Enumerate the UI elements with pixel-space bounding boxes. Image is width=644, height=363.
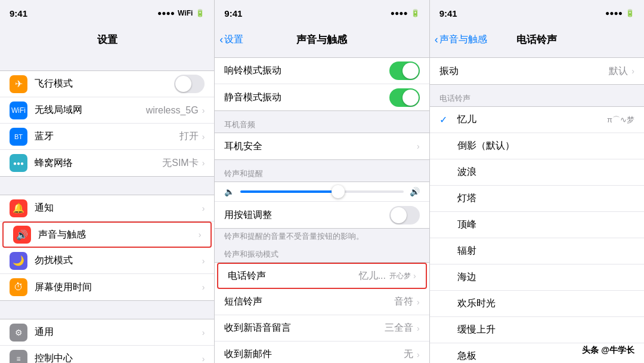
ringtone-haibian[interactable]: 海边 bbox=[430, 264, 644, 291]
time-2: 9:41 bbox=[224, 8, 242, 19]
voicemail-label: 收到新语音留言 bbox=[224, 322, 385, 334]
battery-icon-2: 🔋 bbox=[411, 9, 420, 17]
row-dnd[interactable]: 🌙 勿扰模式 › bbox=[0, 248, 214, 274]
row-adjust-button[interactable]: 用按钮调整 bbox=[215, 202, 429, 228]
row-phone-ringtone[interactable]: 电话铃声 忆儿... 开心梦 › bbox=[217, 263, 426, 289]
ringtone-name-manman: 缓慢上升 bbox=[457, 324, 634, 336]
row-ringtone-vibrate[interactable]: 振动 默认 › bbox=[430, 58, 644, 84]
ringtone-vibrate-label: 振动 bbox=[439, 65, 609, 78]
back-chevron-3: ‹ bbox=[435, 33, 438, 46]
sound-list: 响铃模式振动 静音模式振动 耳机音频 耳机安全 › 铃声和提醒 bbox=[215, 53, 429, 363]
row-airplane[interactable]: ✈ 飞行模式 bbox=[0, 71, 214, 97]
sms-ringtone-value: 音符 bbox=[394, 296, 413, 308]
ringtone-list: 振动 默认 › 电话铃声 ✓ 忆儿 π⌒∿梦 倒影（默认） 波浪 bbox=[430, 53, 644, 363]
row-sms-ringtone[interactable]: 短信铃声 音符 › bbox=[215, 289, 429, 315]
back-to-settings[interactable]: ‹ 设置 bbox=[219, 33, 243, 46]
screen-label: 屏幕使用时间 bbox=[35, 281, 202, 294]
battery-icon: 🔋 bbox=[196, 9, 205, 17]
row-cellular[interactable]: ●●● 蜂窝网络 无SIM卡 › bbox=[0, 150, 214, 176]
sound-chevron: › bbox=[199, 230, 202, 239]
status-icons-3: ●●●● 🔋 bbox=[605, 9, 634, 17]
gap-2 bbox=[0, 177, 214, 195]
gap-r2 bbox=[430, 85, 644, 90]
row-headphone-safety[interactable]: 耳机安全 › bbox=[215, 133, 429, 159]
gap-3 bbox=[0, 301, 214, 319]
voicemail-value: 三全音 bbox=[385, 322, 413, 334]
dnd-chevron: › bbox=[202, 256, 205, 266]
status-bar-3: 9:41 ●●●● 🔋 bbox=[430, 0, 644, 26]
cellular-value: 无SIM卡 bbox=[162, 157, 198, 170]
ringtone-manman[interactable]: 缓慢上升 bbox=[430, 317, 644, 343]
adjust-button-label: 用按钮调整 bbox=[224, 209, 389, 222]
ringtone-daoying[interactable]: 倒影（默认） bbox=[430, 133, 644, 159]
general-chevron: › bbox=[202, 328, 205, 337]
dnd-icon: 🌙 bbox=[10, 252, 27, 270]
ringtone-bolang[interactable]: 波浪 bbox=[430, 159, 644, 186]
ringtone-huanle[interactable]: 欢乐时光 bbox=[430, 291, 644, 317]
row-new-email[interactable]: 收到新邮件 无 › bbox=[215, 342, 429, 363]
volume-row[interactable]: 🔈 🔊 bbox=[215, 182, 429, 202]
silent-vibrate-toggle[interactable] bbox=[389, 88, 420, 107]
row-sound[interactable]: 🔊 声音与触感 › bbox=[2, 222, 212, 248]
ringtone-fushe[interactable]: 辐射 bbox=[430, 238, 644, 264]
ringtone-name-daoyng: 倒影（默认） bbox=[457, 140, 634, 152]
volume-high-icon: 🔊 bbox=[410, 187, 420, 196]
sound-title: 声音与触感 bbox=[296, 33, 347, 47]
row-notify[interactable]: 🔔 通知 › bbox=[0, 195, 214, 222]
status-bar-2: 9:41 ●●●● 🔋 bbox=[215, 0, 429, 26]
voicemail-chevron: › bbox=[417, 324, 420, 333]
watermark: 头条 @牛学长 bbox=[582, 345, 634, 356]
notify-label: 通知 bbox=[35, 202, 202, 214]
row-wifi[interactable]: WiFi 无线局域网 wireless_5G › bbox=[0, 97, 214, 124]
gap-s1 bbox=[215, 53, 429, 57]
row-control[interactable]: ≡ 控制中心 › bbox=[0, 346, 214, 363]
ringtone-name-fushe: 辐射 bbox=[457, 245, 634, 257]
dnd-label: 勿扰模式 bbox=[35, 254, 202, 267]
volume-slider-track[interactable] bbox=[240, 190, 403, 193]
wifi-label: 无线局域网 bbox=[35, 104, 146, 116]
ringtone-dengta[interactable]: 灯塔 bbox=[430, 186, 644, 212]
gap-r1 bbox=[430, 53, 644, 57]
control-chevron: › bbox=[202, 354, 205, 364]
row-bt[interactable]: BT 蓝牙 打开 › bbox=[0, 124, 214, 150]
row-silent-vibrate[interactable]: 静音模式振动 bbox=[215, 84, 429, 110]
row-ring-vibrate[interactable]: 响铃模式振动 bbox=[215, 58, 429, 84]
headphone-safety-chevron: › bbox=[417, 141, 420, 151]
ringtone-vibrate-value: 默认 bbox=[609, 65, 628, 78]
ringtone-vibrate-header: 铃声和振动模式 bbox=[215, 245, 429, 262]
signal-icon-2: ●●●● bbox=[391, 9, 408, 17]
section-vibrate: 响铃模式振动 静音模式振动 bbox=[215, 57, 429, 111]
ringtone-nav: ‹ 声音与触感 电话铃声 bbox=[430, 26, 644, 53]
row-voicemail[interactable]: 收到新语音留言 三全音 › bbox=[215, 315, 429, 342]
volume-slider-fill bbox=[240, 190, 338, 193]
settings-title: 设置 bbox=[97, 33, 117, 47]
wifi-status-icon: WiFi bbox=[178, 9, 193, 17]
section-ringtone-vibrate: 振动 默认 › bbox=[430, 57, 644, 85]
phone-ringtone-value2: 开心梦 bbox=[389, 271, 411, 281]
ringtone-name-yier: 忆儿 bbox=[457, 113, 607, 126]
adjust-button-toggle[interactable] bbox=[389, 206, 420, 224]
ringtone-name-bolang: 波浪 bbox=[457, 166, 634, 179]
ring-vibrate-toggle[interactable] bbox=[389, 61, 420, 80]
adjust-footer: 铃声和提醒的音量不受音量按钮的影响。 bbox=[215, 229, 429, 245]
ringtone-dingfeng[interactable]: 顶峰 bbox=[430, 212, 644, 238]
signal-icon: ●●●● bbox=[157, 9, 175, 17]
airplane-knob bbox=[175, 76, 191, 92]
bt-value: 打开 bbox=[179, 130, 199, 143]
back-to-sound[interactable]: ‹ 声音与触感 bbox=[435, 33, 487, 46]
section-connectivity: ✈ 飞行模式 WiFi 无线局域网 wireless_5G › BT 蓝牙 打开… bbox=[0, 70, 214, 177]
airplane-label: 飞行模式 bbox=[35, 78, 174, 90]
row-general[interactable]: ⚙ 通用 › bbox=[0, 319, 214, 346]
silent-vibrate-knob bbox=[402, 90, 419, 106]
ringtone-items: ✓ 忆儿 π⌒∿梦 倒影（默认） 波浪 灯塔 顶峰 bbox=[430, 106, 644, 363]
ringtone-name-haibian: 海边 bbox=[457, 271, 634, 284]
ringtone-panel: 9:41 ●●●● 🔋 ‹ 声音与触感 电话铃声 振动 默认 › 电话铃声 bbox=[430, 0, 644, 363]
sound-label: 声音与触感 bbox=[38, 229, 199, 241]
general-icon: ⚙ bbox=[10, 324, 27, 342]
row-screen[interactable]: ⏱ 屏幕使用时间 › bbox=[0, 274, 214, 300]
screen-icon: ⏱ bbox=[10, 278, 27, 296]
time-1: 9:41 bbox=[10, 8, 27, 19]
adjust-button-knob bbox=[391, 207, 407, 223]
airplane-toggle[interactable] bbox=[174, 75, 205, 93]
ringtone-yier[interactable]: ✓ 忆儿 π⌒∿梦 bbox=[430, 107, 644, 133]
